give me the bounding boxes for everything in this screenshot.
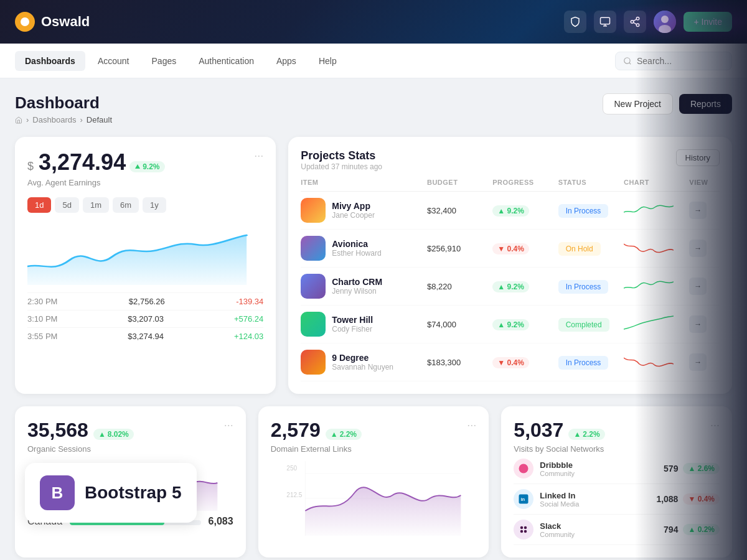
chart-1 <box>624 200 684 221</box>
linkedin-name: Linked In <box>540 491 579 500</box>
external-number: 2,579 ▲ 2.2% <box>271 419 362 442</box>
nav-item-dashboards[interactable]: Dashboards <box>15 51 85 71</box>
arrow-btn-4[interactable]: → <box>689 315 707 333</box>
progress-1: ▲ 9.2% <box>492 205 553 217</box>
project-thumb-2 <box>301 236 326 261</box>
project-sub-1: Jane Cooper <box>332 211 375 220</box>
svg-point-5 <box>637 24 640 27</box>
earnings-value: 3,274.94 <box>39 149 126 175</box>
card-menu-earnings[interactable]: ··· <box>254 149 263 162</box>
budget-2: $256,910 <box>427 244 487 253</box>
topbar-icon-btn-2[interactable] <box>594 11 616 33</box>
social-item-slack: Slack Community 794 ▲ 0.2% <box>514 515 720 545</box>
arrow-btn-2[interactable]: → <box>689 240 707 257</box>
time-btn-5d[interactable]: 5d <box>55 197 78 213</box>
arrow-btn-3[interactable]: → <box>689 278 707 295</box>
budget-3: $8,220 <box>427 282 487 291</box>
project-sub-3: Jenny Wilson <box>332 287 382 296</box>
time-btn-6m[interactable]: 6m <box>113 197 139 213</box>
breadcrumb: › Dashboards › Default <box>15 115 112 124</box>
earnings-chart <box>27 223 263 285</box>
progress-3: ▲ 9.2% <box>492 281 553 292</box>
bootstrap-badge: B Bootstrap 5 <box>25 463 197 523</box>
col-budget: BUDGET <box>427 179 487 186</box>
project-row-1: Mivy App Jane Cooper $32,400 ▲ 9.2% In P… <box>301 192 720 230</box>
chart-2 <box>624 238 684 259</box>
social-header: 5,037 ▲ 2.2% Visits by Social Networks <box>514 419 604 454</box>
arrow-btn-1[interactable]: → <box>689 202 707 219</box>
invite-button[interactable]: + Invite <box>684 12 732 32</box>
data-rows: 2:30 PM $2,756.26 -139.34 3:10 PM $3,207… <box>27 292 263 345</box>
avatar[interactable] <box>654 11 676 33</box>
reports-button[interactable]: Reports <box>679 94 732 114</box>
dribbble-badge: ▲ 2.6% <box>683 463 720 474</box>
project-info-5: 9 Degree Savannah Nguyen <box>301 350 422 375</box>
search-input[interactable] <box>637 56 724 66</box>
projects-updated: Updated 37 minutes ago <box>301 162 382 171</box>
project-row-3: Charto CRM Jenny Wilson $8,220 ▲ 9.2% In… <box>301 268 720 306</box>
topbar-icon-btn-1[interactable] <box>564 11 586 33</box>
project-row-2: Avionica Esther Howard $256,910 ▼ 0.4% O… <box>301 230 720 268</box>
nav-item-help[interactable]: Help <box>309 51 347 71</box>
data-row-1: 2:30 PM $2,756.26 -139.34 <box>27 292 263 310</box>
card-menu-organic[interactable]: ··· <box>224 419 233 454</box>
social-stats-dribbble: 579 ▲ 2.6% <box>664 463 720 474</box>
topbar: Oswald + Invite <box>0 0 747 44</box>
card-menu-external[interactable]: ··· <box>467 419 476 454</box>
secondary-nav: Dashboards Account Pages Authentication … <box>0 44 747 78</box>
slack-type: Community <box>540 531 575 538</box>
page-header: Dashboard › Dashboards › Default New Pro… <box>15 93 732 124</box>
nav-search[interactable] <box>615 52 732 70</box>
svg-point-3 <box>637 17 640 21</box>
nav-item-pages[interactable]: Pages <box>142 51 187 71</box>
top-row: $ 3,274.94 9.2% Avg. Agent Earnings ··· … <box>15 137 732 394</box>
project-sub-5: Savannah Nguyen <box>332 363 393 371</box>
nav-item-authentication[interactable]: Authentication <box>189 51 264 71</box>
project-details-4: Tower Hill Cody Fisher <box>332 315 373 334</box>
breadcrumb-default: Default <box>87 115 112 124</box>
arrow-btn-5[interactable]: → <box>689 353 707 371</box>
nav-item-account[interactable]: Account <box>88 51 139 71</box>
breadcrumb-dashboards: Dashboards <box>32 115 76 124</box>
card-menu-social[interactable]: ··· <box>710 419 720 454</box>
linkedin-badge: ▼ 0.4% <box>683 493 720 505</box>
nav-item-apps[interactable]: Apps <box>266 51 306 71</box>
svg-line-6 <box>634 22 637 24</box>
time-btn-1y[interactable]: 1y <box>143 197 166 213</box>
external-label: Domain External Links <box>271 444 362 454</box>
chart-3 <box>624 276 684 297</box>
project-sub-4: Cody Fisher <box>332 325 373 334</box>
earnings-card: $ 3,274.94 9.2% Avg. Agent Earnings ··· … <box>15 137 276 394</box>
svg-text:in: in <box>521 497 525 502</box>
project-name-1: Mivy App <box>332 201 375 211</box>
time-btn-1d[interactable]: 1d <box>27 197 51 213</box>
status-4: Completed <box>558 319 619 330</box>
history-button[interactable]: History <box>676 149 720 166</box>
page-header-actions: New Project Reports <box>603 93 733 114</box>
project-sub-2: Esther Howard <box>332 249 381 258</box>
data-row-2: 3:10 PM $3,207.03 +576.24 <box>27 310 263 327</box>
project-name-2: Avionica <box>332 239 381 249</box>
dollar-sign: $ <box>27 160 34 173</box>
status-5: In Process <box>558 357 619 368</box>
social-badge: ▲ 2.2% <box>568 429 604 440</box>
dribbble-count: 579 <box>664 464 678 474</box>
project-thumb-4 <box>301 312 326 337</box>
svg-point-19 <box>519 464 529 474</box>
col-status: STATUS <box>558 179 619 186</box>
time-btn-1m[interactable]: 1m <box>83 197 109 213</box>
projects-header: Projects Stats Updated 37 minutes ago Hi… <box>301 149 720 171</box>
page-title: Dashboard <box>15 93 112 113</box>
status-3: In Process <box>558 281 619 292</box>
svg-marker-13 <box>135 164 140 169</box>
project-name-5: 9 Degree <box>332 353 393 363</box>
status-1: In Process <box>558 205 619 216</box>
new-project-button[interactable]: New Project <box>603 93 673 114</box>
topbar-icon-btn-3[interactable] <box>624 11 646 33</box>
linkedin-type: Social Media <box>540 500 579 508</box>
organic-label: Organic Sessions <box>27 444 134 454</box>
brand-icon-inner <box>21 17 29 26</box>
chart-5 <box>624 352 684 373</box>
col-view: VIEW <box>689 179 720 186</box>
projects-title: Projects Stats <box>301 149 382 162</box>
